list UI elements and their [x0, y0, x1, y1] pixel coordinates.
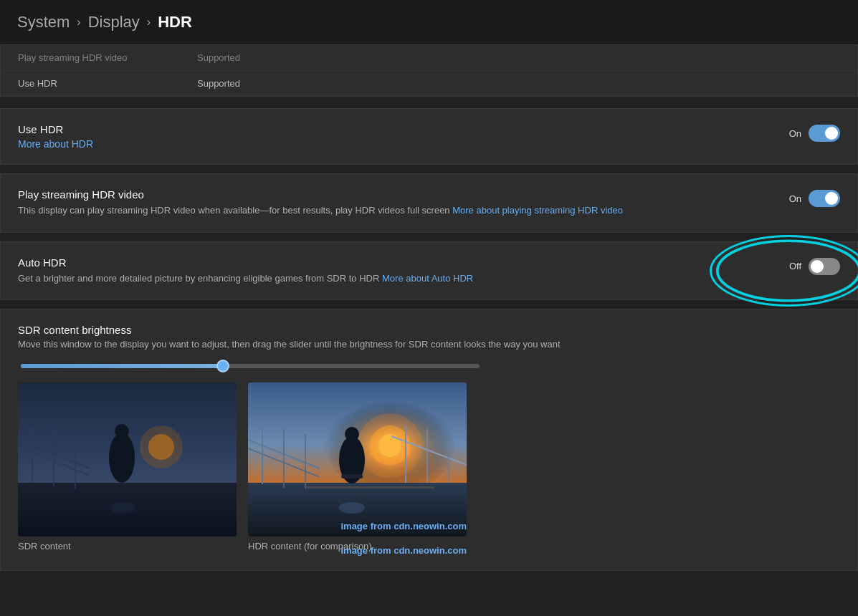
svg-point-5 — [109, 433, 135, 483]
svg-point-18 — [358, 413, 422, 478]
toggle-thumb — [825, 192, 838, 205]
svg-point-20 — [345, 427, 359, 441]
table-cell-label: Play streaming HDR video — [18, 52, 197, 63]
sdr-preview-image — [18, 382, 237, 536]
play-streaming-section: Play streaming HDR video This display ca… — [0, 173, 858, 233]
svg-point-6 — [115, 424, 129, 438]
sdr-brightness-desc: Move this window to the display you want… — [18, 339, 840, 350]
more-about-hdr-link[interactable]: More about HDR — [18, 138, 93, 150]
breadcrumb-hdr: HDR — [158, 13, 192, 32]
auto-hdr-toggle[interactable] — [809, 258, 840, 275]
use-hdr-content: Use HDR More about HDR — [18, 123, 663, 150]
use-hdr-toggle[interactable] — [809, 125, 840, 142]
play-streaming-title: Play streaming HDR video — [18, 188, 663, 201]
svg-point-31 — [339, 502, 365, 514]
svg-point-4 — [140, 425, 183, 468]
table-row: Use HDR Supported — [1, 71, 857, 96]
more-about-auto-hdr-link[interactable]: More about Auto HDR — [382, 273, 473, 284]
play-streaming-toggle-label: On — [789, 193, 801, 204]
sdr-slider-container — [18, 364, 840, 368]
auto-hdr-toggle-area: Off — [789, 256, 840, 275]
svg-rect-21 — [341, 474, 363, 478]
sdr-slider-fill — [21, 364, 223, 368]
more-about-playing-link[interactable]: More about playing streaming HDR video — [452, 205, 623, 216]
auto-hdr-toggle-label: Off — [789, 261, 801, 271]
chevron-icon-2: › — [147, 16, 151, 29]
svg-point-12 — [109, 502, 135, 514]
hdr-image-container: HDR content (for comparison) image from … — [248, 382, 467, 552]
preview-images-row: SDR content — [18, 382, 840, 552]
auto-hdr-section: Auto HDR Get a brighter and more detaile… — [0, 241, 858, 301]
svg-rect-32 — [305, 486, 434, 489]
breadcrumb-display[interactable]: Display — [88, 13, 140, 32]
sdr-brightness-section: SDR content brightness Move this window … — [0, 309, 858, 571]
use-hdr-section: Use HDR More about HDR On — [0, 108, 858, 165]
capabilities-table: Play streaming HDR video Supported Use H… — [0, 44, 858, 97]
hdr-image-label: HDR content (for comparison) — [248, 541, 467, 552]
table-cell-value: Supported — [197, 78, 240, 89]
breadcrumb: System › Display › HDR — [0, 0, 858, 44]
play-streaming-desc: This display can play streaming HDR vide… — [18, 203, 663, 218]
image-credit: image from cdn.neowin.com — [340, 521, 467, 531]
play-streaming-toggle-area: On — [789, 188, 840, 207]
toggle-thumb — [811, 260, 824, 273]
sdr-image-label: SDR content — [18, 541, 237, 552]
auto-hdr-title: Auto HDR — [18, 256, 663, 269]
toggle-thumb — [825, 127, 838, 140]
sdr-brightness-title: SDR content brightness — [18, 324, 840, 336]
use-hdr-toggle-area: On — [789, 123, 840, 142]
table-cell-label: Use HDR — [18, 78, 197, 89]
chevron-icon-1: › — [77, 16, 80, 29]
play-streaming-content: Play streaming HDR video This display ca… — [18, 188, 663, 218]
table-row: Play streaming HDR video Supported — [1, 45, 857, 71]
table-cell-value: Supported — [197, 52, 240, 63]
play-streaming-toggle[interactable] — [809, 190, 840, 207]
use-hdr-toggle-label: On — [789, 128, 801, 139]
auto-hdr-content: Auto HDR Get a brighter and more detaile… — [18, 256, 663, 286]
auto-hdr-desc: Get a brighter and more detailed picture… — [18, 271, 663, 286]
hdr-preview-image — [248, 382, 467, 536]
sdr-slider-thumb[interactable] — [216, 360, 229, 372]
use-hdr-title: Use HDR — [18, 123, 663, 135]
sdr-image-container: SDR content — [18, 382, 237, 552]
sdr-slider-track — [21, 364, 480, 368]
breadcrumb-system[interactable]: System — [17, 13, 70, 32]
